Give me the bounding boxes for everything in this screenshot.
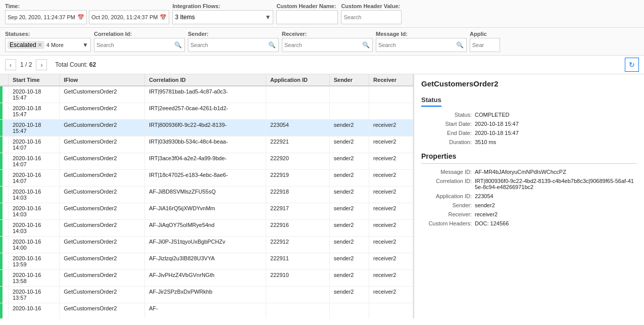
end-date-row: End Date: 2020-10-18 15:47: [421, 130, 637, 136]
th-application-id[interactable]: Application ID: [266, 74, 330, 86]
cell-sender: sender2: [329, 203, 369, 220]
table-row[interactable]: 2020-10-16 14:03GetCustomersOrder2AF-JiB…: [0, 187, 413, 203]
integration-flows-label: Integration Flows:: [172, 3, 273, 9]
custom-header-value-group: Custom Header Value:: [341, 3, 402, 24]
filter-row-1: Time: Sep 20, 2020, 11:24:37 PM 📅 Oct 20…: [0, 0, 644, 28]
th-receiver[interactable]: Receiver: [369, 74, 413, 86]
table-row[interactable]: 2020-10-18 15:47GetCustomersOrder2IRT|2e…: [0, 103, 413, 120]
th-start-time[interactable]: Start Time: [9, 74, 60, 86]
end-date-key: End Date:: [421, 130, 472, 136]
cell-iflow: GetCustomersOrder2: [60, 303, 145, 319]
total-count-value: 62: [89, 61, 96, 68]
cell-iflow: GetCustomersOrder2: [60, 270, 145, 287]
cell-start-time: 2020-10-18 15:47: [9, 86, 60, 103]
calendar-icon[interactable]: 📅: [77, 14, 84, 21]
status-dot-cell: [0, 220, 9, 237]
sender-input[interactable]: [188, 40, 266, 50]
th-iflow[interactable]: IFlow: [60, 74, 145, 86]
table-row[interactable]: 2020-10-16 14:03GetCustomersOrder2AF-JiA…: [0, 220, 413, 237]
sender-search-button[interactable]: 🔍: [266, 40, 278, 50]
table-row[interactable]: 2020-10-16 14:00GetCustomersOrder2AF-Ji0…: [0, 237, 413, 253]
cell-iflow: GetCustomersOrder2: [60, 187, 145, 203]
table-row[interactable]: 2020-10-16 14:07GetCustomersOrder2IRT|18…: [0, 170, 413, 187]
refresh-button[interactable]: ↻: [625, 58, 639, 72]
statuses-select[interactable]: Escalated ✕ 4 More ▼: [5, 38, 91, 52]
correlation-input[interactable]: [94, 40, 172, 50]
correlation-search-button[interactable]: 🔍: [172, 40, 184, 50]
cell-correlation-id: IRT|03d930bb-534c-48c4-beaa-: [144, 136, 266, 153]
status-dot-cell: [0, 203, 9, 220]
application-id-detail-row: Application ID: 223054: [421, 193, 637, 199]
message-id-input[interactable]: [376, 40, 454, 50]
cell-app-id: 222916: [266, 220, 330, 237]
cell-start-time: 2020-10-16 14:07: [9, 136, 60, 153]
table-row[interactable]: 2020-10-16 14:03GetCustomersOrder2AF-JiA…: [0, 203, 413, 220]
cell-start-time: 2020-10-16 13:59: [9, 253, 60, 270]
status-indicator: [0, 153, 3, 169]
duration-key: Duration:: [421, 139, 472, 145]
cell-sender: [329, 86, 369, 103]
message-id-search-button[interactable]: 🔍: [454, 40, 466, 50]
statuses-arrow[interactable]: ▼: [82, 41, 88, 49]
custom-header-name-input[interactable]: [277, 12, 337, 22]
cell-sender: [329, 103, 369, 120]
cell-receiver: [369, 103, 413, 120]
custom-header-name-input-wrapper: [276, 10, 338, 24]
table-row[interactable]: 2020-10-16 13:59GetCustomersOrder2AF-Jiz…: [0, 253, 413, 270]
cell-correlation-id: AF-: [144, 303, 266, 319]
cell-correlation-id: AF-JiA16rQ5ijXWDYvnMm: [144, 203, 266, 220]
custom-header-value-input-wrapper: [341, 10, 402, 24]
cell-sender: sender2: [329, 153, 369, 170]
escalated-tag[interactable]: Escalated ✕: [8, 41, 44, 49]
cell-correlation-id: IRT|3ace3f04-a2e2-4a99-9bde-: [144, 153, 266, 170]
sender-detail-row: Sender: sender2: [421, 202, 637, 208]
start-date-input[interactable]: Sep 20, 2020, 11:24:37 PM 📅: [5, 10, 87, 24]
table-body: 2020-10-18 15:47GetCustomersOrder2IRT|95…: [0, 86, 413, 318]
applic-input-wrapper: [470, 38, 500, 52]
receiver-input[interactable]: [282, 40, 360, 50]
status-row: Status: COMPLETED: [421, 112, 637, 118]
applic-input[interactable]: [470, 40, 500, 50]
integration-flows-arrow[interactable]: ▼: [265, 14, 271, 21]
integration-flows-select[interactable]: 3 Items ▼: [172, 10, 273, 24]
receiver-input-wrapper: 🔍: [282, 38, 373, 52]
cell-app-id: 222911: [266, 253, 330, 270]
message-id-detail-row: Message ID: AF-MR4bJAforyuCmNPdIsWChccPZ: [421, 169, 637, 175]
cell-iflow: GetCustomersOrder2: [60, 153, 145, 170]
end-date-input[interactable]: Oct 20, 2020, 11:24:37 PM 📅: [89, 10, 169, 24]
status-indicator: [0, 120, 3, 136]
th-correlation-id[interactable]: Correlation ID: [144, 74, 266, 86]
next-page-button[interactable]: ›: [36, 59, 47, 70]
cell-sender: [329, 303, 369, 319]
properties-title: Properties: [421, 152, 637, 160]
calendar-icon-2[interactable]: 📅: [160, 14, 167, 21]
cell-start-time: 2020-10-16 14:03: [9, 187, 60, 203]
status-indicator: [0, 103, 3, 119]
cell-correlation-id: AF-Ji0P-JS1tqyoUxBgbPCHZv: [144, 237, 266, 253]
th-sender[interactable]: Sender: [329, 74, 369, 86]
cell-start-time: 2020-10-16: [9, 303, 60, 319]
application-id-detail-key: Application ID:: [421, 193, 472, 199]
custom-header-value-input[interactable]: [341, 12, 401, 22]
correlation-id-detail-row: Correlation ID: IRT|800936f0-9c22-4bd2-8…: [421, 178, 637, 190]
cell-app-id: 222919: [266, 170, 330, 187]
status-dot-cell: [0, 237, 9, 253]
correlation-id-detail-key: Correlation ID:: [421, 178, 472, 184]
cell-sender: sender2: [329, 287, 369, 303]
table-row[interactable]: 2020-10-16 13:57GetCustomersOrder2AF-Jir…: [0, 287, 413, 303]
table-row[interactable]: 2020-10-18 15:47GetCustomersOrder2IRT|80…: [0, 120, 413, 136]
table-row[interactable]: 2020-10-16 14:07GetCustomersOrder2IRT|3a…: [0, 153, 413, 170]
custom-header-value-label: Custom Header Value:: [341, 3, 402, 9]
receiver-search-button[interactable]: 🔍: [360, 40, 372, 50]
table-row[interactable]: 2020-10-18 15:47GetCustomersOrder2IRT|95…: [0, 86, 413, 103]
remove-escalated-tag[interactable]: ✕: [37, 41, 42, 49]
sender-label: Sender:: [188, 31, 279, 37]
cell-iflow: GetCustomersOrder2: [60, 170, 145, 187]
table-row[interactable]: 2020-10-16 13:58GetCustomersOrder2AF-Jiv…: [0, 270, 413, 287]
table-row[interactable]: 2020-10-16 14:07GetCustomersOrder2IRT|03…: [0, 136, 413, 153]
status-dot-cell: [0, 187, 9, 203]
status-indicator: [0, 253, 3, 269]
table-row[interactable]: 2020-10-16 GetCustomersOrder2AF-: [0, 303, 413, 319]
cell-receiver: receiver2: [369, 253, 413, 270]
prev-page-button[interactable]: ‹: [5, 59, 16, 70]
